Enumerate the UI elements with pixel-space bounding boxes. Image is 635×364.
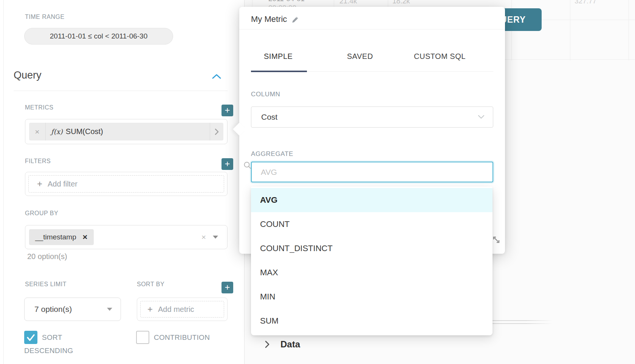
- remove-metric-icon[interactable]: ×: [29, 123, 46, 140]
- filters-dropzone[interactable]: + Add filter: [25, 172, 228, 196]
- filters-label: FILTERS: [25, 158, 51, 165]
- edit-pencil-icon[interactable]: [291, 16, 299, 24]
- query-section-title: Query: [14, 69, 42, 81]
- aggregate-option-min[interactable]: MIN: [251, 285, 493, 309]
- collapse-up-icon[interactable]: [212, 73, 221, 79]
- panel-resize-handle[interactable]: [493, 320, 553, 321]
- tab-simple[interactable]: SIMPLE: [264, 52, 293, 61]
- group-by-options-hint: 20 option(s): [27, 252, 67, 261]
- aggregate-label: AGGREGATE: [251, 150, 293, 158]
- chevron-right-icon: [215, 128, 219, 135]
- metric-pill[interactable]: × ƒ(x) SUM(Cost): [29, 123, 223, 140]
- panel-edge-line: [3, 0, 4, 364]
- group-by-select[interactable]: __timestamp ✕ ×: [25, 225, 228, 249]
- sort-descending-option[interactable]: SORT DESCENDING: [24, 331, 91, 357]
- contribution-label: CONTRIBUTION: [154, 333, 210, 341]
- group-by-tag[interactable]: __timestamp ✕: [29, 229, 94, 245]
- aggregate-option-count[interactable]: COUNT: [251, 212, 493, 236]
- search-icon: [243, 161, 252, 170]
- chevron-right-icon: [265, 340, 270, 349]
- table-cell-date: 2011-04-01: [268, 0, 305, 3]
- group-by-tag-label: __timestamp: [35, 233, 76, 241]
- section-divider: [14, 91, 228, 91]
- time-range-label: TIME RANGE: [25, 14, 65, 20]
- add-sort-metric-placeholder: Add metric: [158, 305, 194, 314]
- table-cell-value: 18.2k: [392, 0, 410, 5]
- column-select[interactable]: Cost: [251, 106, 493, 128]
- column-select-value: Cost: [261, 113, 277, 122]
- contribution-checkbox[interactable]: [136, 331, 149, 344]
- metrics-label: METRICS: [25, 104, 54, 111]
- metric-control[interactable]: × ƒ(x) SUM(Cost): [25, 119, 228, 144]
- group-by-label: GROUP BY: [25, 210, 58, 217]
- series-limit-select[interactable]: 7 option(s): [24, 298, 121, 321]
- column-label: COLUMN: [251, 91, 280, 98]
- resize-diagonal-icon[interactable]: [491, 235, 501, 245]
- table-cell-value: 21.4k: [339, 0, 357, 5]
- tab-custom-sql[interactable]: CUSTOM SQL: [414, 52, 466, 61]
- table-gridline: [629, 0, 629, 60]
- table-cell-value: 327.77: [575, 0, 596, 5]
- popover-title: My Metric: [251, 14, 287, 24]
- add-filter-button[interactable]: +: [221, 158, 233, 170]
- caret-down-icon: [107, 308, 112, 311]
- add-filter-placeholder: Add filter: [48, 180, 77, 188]
- data-collapse-label: Data: [280, 339, 300, 350]
- aggregate-option-avg[interactable]: AVG: [251, 188, 493, 212]
- series-limit-value: 7 option(s): [34, 305, 72, 314]
- plus-icon: +: [147, 304, 153, 315]
- active-tab-indicator: [251, 71, 307, 72]
- clear-all-icon[interactable]: ×: [201, 233, 206, 242]
- table-gridline: [570, 0, 570, 60]
- chevron-down-icon: [478, 115, 485, 119]
- time-range-pill[interactable]: 2011-01-01 ≤ col < 2011-06-30: [24, 28, 173, 45]
- metric-expression: SUM(Cost): [66, 127, 210, 136]
- tab-bar: SIMPLE SAVED CUSTOM SQL: [251, 29, 493, 72]
- popover-header: My Metric: [239, 7, 505, 29]
- add-sort-metric-button[interactable]: +: [221, 282, 233, 293]
- sort-by-dropzone[interactable]: + Add metric: [137, 298, 228, 321]
- remove-tag-icon[interactable]: ✕: [82, 233, 88, 241]
- open-metric-popover[interactable]: [210, 123, 223, 140]
- tab-saved[interactable]: SAVED: [347, 52, 373, 61]
- caret-down-icon[interactable]: [213, 236, 218, 239]
- data-collapse-header[interactable]: Data: [265, 339, 300, 350]
- aggregate-option-count-distinct[interactable]: COUNT_DISTINCT: [251, 236, 493, 261]
- sort-descending-checkbox[interactable]: [24, 331, 37, 344]
- sort-by-label: SORT BY: [137, 281, 164, 288]
- aggregate-dropdown: AVG COUNT COUNT_DISTINCT MAX MIN SUM: [251, 187, 493, 335]
- contribution-option[interactable]: CONTRIBUTION: [136, 331, 234, 344]
- check-icon: [24, 331, 37, 344]
- series-limit-label: SERIES LIMIT: [25, 281, 67, 288]
- add-metric-button[interactable]: +: [221, 105, 233, 116]
- aggregate-option-sum[interactable]: SUM: [251, 309, 493, 333]
- plus-icon: +: [37, 179, 42, 189]
- control-panel: TIME RANGE 2011-01-01 ≤ col < 2011-06-30…: [0, 0, 245, 364]
- aggregate-input[interactable]: [251, 162, 493, 182]
- fx-icon: ƒ(x): [51, 128, 63, 136]
- panel-resize-handle[interactable]: [493, 323, 553, 324]
- aggregate-option-max[interactable]: MAX: [251, 261, 493, 285]
